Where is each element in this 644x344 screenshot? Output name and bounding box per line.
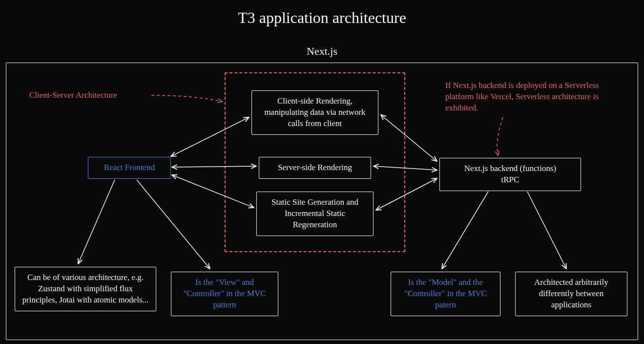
csr-label: Client-side Rendering, manipulating data…	[264, 96, 365, 128]
frontend-arch-note-box: Can be of various architecture, e.g. Zus…	[15, 267, 156, 311]
backend-arch-note-box: Architected arbitrarily differently betw…	[515, 272, 627, 316]
csr-box: Client-side Rendering, manipulating data…	[251, 90, 378, 135]
diagram-canvas: T3 application architecture Next.js Clie…	[0, 0, 644, 344]
frontend-mvc-label: Is the "View" and "Controller" in the MV…	[183, 278, 266, 309]
backend-label-line2: tRPC	[501, 175, 519, 184]
ssr-label: Server-side Rendering	[278, 163, 352, 172]
client-server-annotation: Client-Server Architecture	[29, 90, 117, 101]
ssg-box: Static Site Generation and Incremental S…	[256, 192, 374, 236]
react-frontend-label: React Frontend	[104, 163, 155, 172]
backend-mvc-box: Is the "Model" and the "Controller" in t…	[391, 272, 500, 316]
ssg-label: Static Site Generation and Incremental S…	[271, 197, 358, 229]
backend-label-line1: Next.js backend (functions)	[464, 164, 556, 173]
ssr-box: Server-side Rendering	[259, 157, 371, 179]
diagram-title: T3 application architecture	[0, 9, 644, 27]
frontend-arch-note-label: Can be of various architecture, e.g. Zus…	[22, 273, 149, 304]
backend-arch-note-label: Architected arbitrarily differently betw…	[534, 278, 608, 309]
frontend-mvc-box: Is the "View" and "Controller" in the MV…	[171, 272, 278, 316]
backend-mvc-label: Is the "Model" and the "Controller" in t…	[404, 278, 487, 309]
react-frontend-box: React Frontend	[88, 157, 171, 179]
framework-label: Next.js	[0, 45, 644, 58]
serverless-annotation: If Next.js backend is deployed on a Serv…	[445, 80, 621, 114]
backend-box: Next.js backend (functions) tRPC	[439, 158, 581, 191]
